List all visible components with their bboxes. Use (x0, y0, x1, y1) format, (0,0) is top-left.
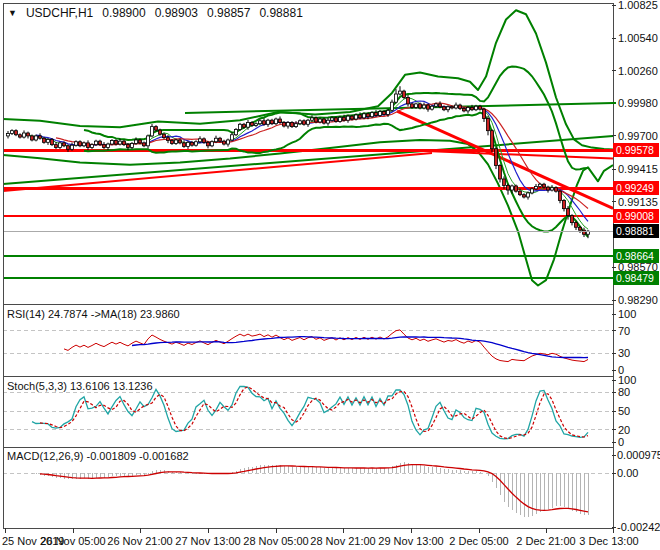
macd-axis-label: 0.000975 (617, 449, 660, 461)
macd-indicator-header: MACD(12,26,9) -0.001809 -0.001682 (7, 450, 189, 462)
time-axis-label: 29 Nov 13:00 (378, 535, 443, 547)
ohlc-open: 0.98900 (102, 6, 145, 20)
bollinger-wide-upper (3, 10, 613, 149)
rsi-axis-label: 30 (618, 347, 630, 359)
time-axis-label: 28 Nov 05:00 (243, 535, 308, 547)
time-axis-label: 2 Dec 05:00 (449, 535, 508, 547)
macd-layer (3, 462, 613, 517)
stoch-axis-label: 0 (618, 436, 624, 448)
price-axis-label: 0.99415 (618, 163, 658, 175)
main-chart-layer (3, 10, 613, 285)
rsi-layer (3, 330, 613, 362)
macd-axis-label: -0.002427 (617, 521, 660, 533)
panel-border (3, 3, 613, 304)
price-level-label[interactable]: 0.99008 (613, 209, 659, 223)
price-axis-label: 1.00825 (618, 0, 658, 11)
time-axis-label: 27 Nov 13:00 (175, 535, 240, 547)
ohlc-low: 0.98857 (207, 6, 250, 20)
macd-signal-line (40, 465, 588, 512)
stoch-k-line (32, 386, 588, 439)
stoch-indicator-header: Stoch(5,3,3) 13.6106 13.1236 (7, 380, 153, 392)
ohlc-high: 0.98903 (155, 6, 198, 20)
stoch-layer (3, 386, 613, 439)
rsi-axis-label: 100 (618, 308, 636, 320)
symbol-dropdown-icon[interactable]: ▼ (8, 8, 17, 18)
price-axis-label: 1.00260 (618, 65, 658, 77)
time-axis-label: 26 Nov 05:00 (40, 535, 105, 547)
symbol-period-label: USDCHF,H1 (26, 6, 93, 20)
stoch-axis-label: 50 (618, 405, 630, 417)
stoch-axis-label: 20 (618, 424, 630, 436)
rsi-axis-label: 70 (618, 325, 630, 337)
time-axis-label: 2 Dec 21:00 (516, 535, 575, 547)
stoch-axis-label: 100 (618, 374, 636, 386)
rsi-indicator-header: RSI(14) 24.7874 ->MA(18) 23.9860 (7, 308, 180, 320)
chart-title-bar: ▼ USDCHF,H1 0.98900 0.98903 0.98857 0.98… (8, 6, 303, 20)
trendline-4[interactable] (420, 151, 613, 159)
rsi-line (64, 330, 588, 362)
price-level-label[interactable]: 0.98664 (613, 249, 659, 263)
price-chart-canvas[interactable] (0, 0, 660, 550)
price-axis-label: 0.98290 (618, 294, 658, 306)
stoch-d-line (40, 387, 588, 439)
trendline-3[interactable] (397, 111, 613, 208)
price-axis-label: 0.99980 (618, 97, 658, 109)
price-axis-label: 0.99700 (618, 130, 658, 142)
time-axis-label: 26 Nov 21:00 (107, 535, 172, 547)
stoch-axis-label: 80 (618, 386, 630, 398)
macd-axis-label: 0.00 (617, 467, 638, 479)
time-axis-label: 28 Nov 21:00 (310, 535, 375, 547)
price-level-label[interactable]: 0.99249 (613, 181, 659, 195)
price-axis-label: 0.99135 (618, 196, 658, 208)
time-axis-label: 3 Dec 13:00 (579, 535, 638, 547)
chart-window: ▼ USDCHF,H1 0.98900 0.98903 0.98857 0.98… (0, 0, 660, 550)
ohlc-close: 0.98881 (259, 6, 302, 20)
current-price-label: 0.98881 (613, 224, 659, 238)
price-level-label[interactable]: 0.99578 (613, 143, 659, 157)
price-axis-label: 1.00540 (618, 32, 658, 44)
price-level-label[interactable]: 0.98479 (613, 271, 659, 285)
